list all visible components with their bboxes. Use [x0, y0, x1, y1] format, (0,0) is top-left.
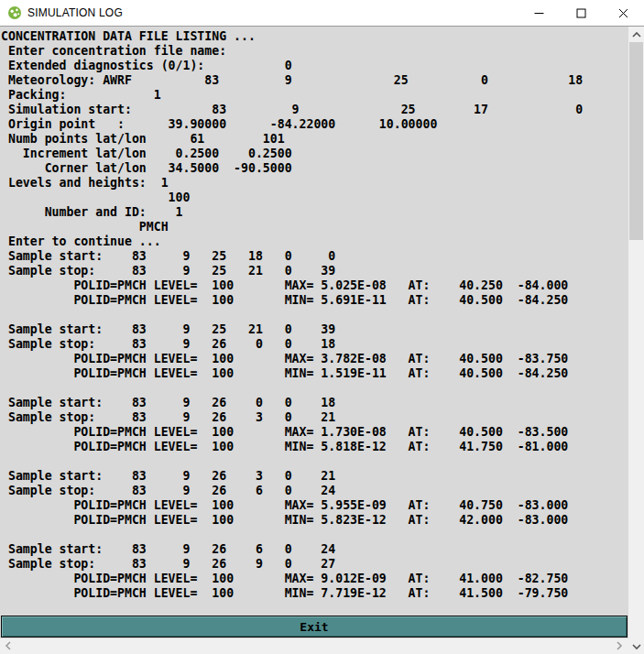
window-body: CONCENTRATION DATA FILE LISTING ... Ente… — [0, 27, 644, 654]
close-icon — [618, 8, 628, 18]
vertical-scrollbar[interactable] — [628, 27, 644, 654]
maximize-button[interactable] — [560, 0, 602, 26]
horizontal-scrollbar[interactable] — [0, 638, 628, 654]
log-text: CONCENTRATION DATA FILE LISTING ... Ente… — [0, 27, 628, 615]
scrollbar-thumb[interactable] — [629, 42, 643, 240]
scroll-left-icon[interactable] — [4, 641, 13, 650]
scroll-up-icon[interactable] — [628, 27, 644, 42]
simulation-log-window: SIMULATION LOG CONCENTRATION DATA FILE L… — [0, 0, 644, 654]
exit-button[interactable]: Exit — [1, 616, 628, 638]
window-controls — [518, 0, 644, 26]
content-column: CONCENTRATION DATA FILE LISTING ... Ente… — [0, 27, 628, 654]
maximize-icon — [576, 8, 586, 18]
scroll-down-icon[interactable] — [628, 638, 644, 654]
app-icon — [7, 5, 22, 20]
scrollbar-track[interactable] — [628, 42, 644, 623]
scroll-right-icon[interactable] — [615, 641, 624, 650]
minimize-button[interactable] — [518, 0, 560, 26]
titlebar: SIMULATION LOG — [0, 0, 644, 27]
window-title: SIMULATION LOG — [27, 6, 123, 19]
minimize-icon — [534, 8, 544, 18]
close-button[interactable] — [602, 0, 644, 26]
